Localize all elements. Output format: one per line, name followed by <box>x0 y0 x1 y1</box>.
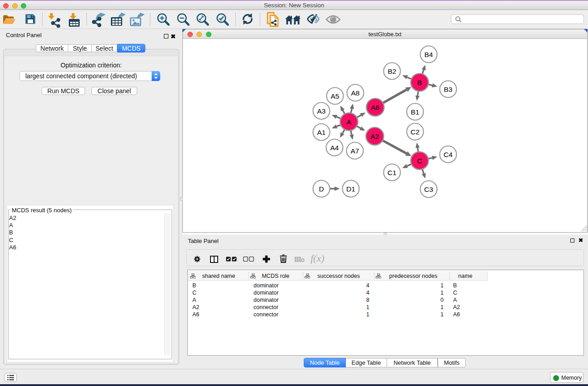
svg-text:A7: A7 <box>351 147 359 155</box>
svg-text:D1: D1 <box>346 185 355 193</box>
svg-text:D: D <box>319 185 324 193</box>
svg-text:A4: A4 <box>330 144 339 152</box>
svg-text:C4: C4 <box>444 151 453 158</box>
svg-text:C3: C3 <box>424 186 433 193</box>
svg-text:B: B <box>417 79 422 86</box>
svg-text:A2: A2 <box>371 133 379 140</box>
svg-text:A5: A5 <box>331 92 339 100</box>
svg-text:A8: A8 <box>351 89 360 97</box>
svg-text:A6: A6 <box>371 104 380 111</box>
svg-text:C2: C2 <box>411 128 420 136</box>
svg-text:B4: B4 <box>425 51 433 58</box>
svg-text:B3: B3 <box>444 86 453 93</box>
svg-text:C1: C1 <box>387 169 397 176</box>
svg-text:A3: A3 <box>317 107 326 115</box>
svg-text:A1: A1 <box>317 129 326 136</box>
svg-text:B2: B2 <box>388 67 397 75</box>
svg-text:A: A <box>347 118 352 126</box>
svg-text:C: C <box>417 157 422 165</box>
svg-text:B1: B1 <box>411 108 420 116</box>
